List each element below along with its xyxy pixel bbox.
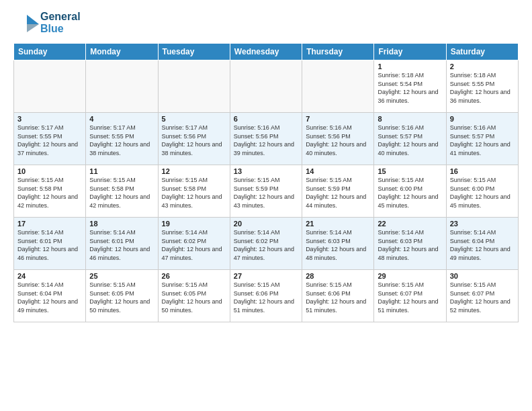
day-number: 28 xyxy=(306,272,370,280)
logo-blue: Blue xyxy=(40,23,81,35)
day-info: Sunrise: 5:17 AMSunset: 5:56 PMDaylight:… xyxy=(162,124,226,157)
page: GeneralBlue SundayMondayTuesdayWednesday… xyxy=(0,0,532,411)
day-number: 25 xyxy=(89,272,154,280)
calendar-cell: 10Sunrise: 5:15 AMSunset: 5:58 PMDayligh… xyxy=(14,165,86,218)
day-number: 4 xyxy=(89,115,154,123)
day-number: 15 xyxy=(378,167,442,175)
day-number: 6 xyxy=(234,115,298,123)
day-info: Sunrise: 5:14 AMSunset: 6:01 PMDaylight:… xyxy=(17,228,82,262)
day-info: Sunrise: 5:14 AMSunset: 6:04 PMDaylight:… xyxy=(17,281,82,314)
calendar-cell: 15Sunrise: 5:15 AMSunset: 6:00 PMDayligh… xyxy=(374,165,446,218)
day-info: Sunrise: 5:16 AMSunset: 5:56 PMDaylight:… xyxy=(306,124,370,157)
calendar-week-2: 3Sunrise: 5:17 AMSunset: 5:55 PMDaylight… xyxy=(14,113,519,165)
day-info: Sunrise: 5:16 AMSunset: 5:57 PMDaylight:… xyxy=(450,124,515,157)
day-number: 27 xyxy=(234,272,298,280)
day-number: 30 xyxy=(450,272,515,280)
calendar-cell: 13Sunrise: 5:15 AMSunset: 5:59 PMDayligh… xyxy=(230,165,302,218)
weekday-header-tuesday: Tuesday xyxy=(158,44,230,60)
calendar-cell: 4Sunrise: 5:17 AMSunset: 5:55 PMDaylight… xyxy=(86,113,158,165)
calendar-cell xyxy=(14,60,86,113)
day-info: Sunrise: 5:15 AMSunset: 6:07 PMDaylight:… xyxy=(450,281,515,314)
svg-marker-1 xyxy=(27,24,39,32)
logo-icon xyxy=(13,11,39,36)
day-number: 18 xyxy=(89,220,154,228)
header: GeneralBlue xyxy=(13,11,519,36)
day-number: 16 xyxy=(450,167,515,175)
day-number: 17 xyxy=(17,220,82,228)
day-info: Sunrise: 5:14 AMSunset: 6:04 PMDaylight:… xyxy=(450,228,515,262)
day-info: Sunrise: 5:15 AMSunset: 6:05 PMDaylight:… xyxy=(162,281,226,314)
calendar-cell xyxy=(230,60,302,113)
day-number: 19 xyxy=(162,220,226,228)
calendar-cell: 12Sunrise: 5:15 AMSunset: 5:58 PMDayligh… xyxy=(158,165,230,218)
day-number: 3 xyxy=(17,115,82,123)
day-number: 13 xyxy=(234,167,298,175)
day-number: 23 xyxy=(450,220,515,228)
day-number: 24 xyxy=(17,272,82,280)
weekday-header-monday: Monday xyxy=(86,44,158,60)
day-number: 26 xyxy=(162,272,226,280)
calendar-week-5: 24Sunrise: 5:14 AMSunset: 6:04 PMDayligh… xyxy=(14,270,519,322)
calendar-cell: 16Sunrise: 5:15 AMSunset: 6:00 PMDayligh… xyxy=(446,165,518,218)
calendar-cell: 24Sunrise: 5:14 AMSunset: 6:04 PMDayligh… xyxy=(14,270,86,322)
calendar-cell xyxy=(86,60,158,113)
day-info: Sunrise: 5:15 AMSunset: 6:00 PMDaylight:… xyxy=(378,176,442,210)
day-info: Sunrise: 5:14 AMSunset: 6:03 PMDaylight:… xyxy=(306,228,370,262)
calendar-cell: 22Sunrise: 5:14 AMSunset: 6:03 PMDayligh… xyxy=(374,218,446,270)
calendar-week-1: 1Sunrise: 5:18 AMSunset: 5:54 PMDaylight… xyxy=(14,60,519,113)
calendar-cell xyxy=(302,60,374,113)
weekday-header-saturday: Saturday xyxy=(446,44,518,60)
day-info: Sunrise: 5:14 AMSunset: 6:02 PMDaylight:… xyxy=(234,228,298,262)
calendar-cell xyxy=(158,60,230,113)
day-number: 9 xyxy=(450,115,515,123)
calendar-cell: 21Sunrise: 5:14 AMSunset: 6:03 PMDayligh… xyxy=(302,218,374,270)
day-info: Sunrise: 5:15 AMSunset: 6:05 PMDaylight:… xyxy=(89,281,154,314)
calendar-cell: 9Sunrise: 5:16 AMSunset: 5:57 PMDaylight… xyxy=(446,113,518,165)
day-number: 14 xyxy=(306,167,370,175)
day-info: Sunrise: 5:15 AMSunset: 5:58 PMDaylight:… xyxy=(89,176,154,210)
day-info: Sunrise: 5:14 AMSunset: 6:02 PMDaylight:… xyxy=(162,228,226,262)
day-info: Sunrise: 5:18 AMSunset: 5:54 PMDaylight:… xyxy=(378,71,442,105)
day-info: Sunrise: 5:18 AMSunset: 5:55 PMDaylight:… xyxy=(450,71,515,105)
calendar-cell: 29Sunrise: 5:15 AMSunset: 6:07 PMDayligh… xyxy=(374,270,446,322)
calendar-cell: 27Sunrise: 5:15 AMSunset: 6:06 PMDayligh… xyxy=(230,270,302,322)
day-number: 21 xyxy=(306,220,370,228)
day-info: Sunrise: 5:15 AMSunset: 6:00 PMDaylight:… xyxy=(450,176,515,210)
weekday-header-thursday: Thursday xyxy=(302,44,374,60)
day-number: 8 xyxy=(378,115,442,123)
calendar-cell: 25Sunrise: 5:15 AMSunset: 6:05 PMDayligh… xyxy=(86,270,158,322)
calendar-cell: 6Sunrise: 5:16 AMSunset: 5:56 PMDaylight… xyxy=(230,113,302,165)
calendar-cell: 8Sunrise: 5:16 AMSunset: 5:57 PMDaylight… xyxy=(374,113,446,165)
logo-general: General xyxy=(40,11,81,23)
weekday-header-sunday: Sunday xyxy=(14,44,86,60)
calendar-header-row: SundayMondayTuesdayWednesdayThursdayFrid… xyxy=(14,44,519,60)
svg-marker-0 xyxy=(27,15,39,24)
calendar-cell: 1Sunrise: 5:18 AMSunset: 5:54 PMDaylight… xyxy=(374,60,446,113)
calendar-cell: 7Sunrise: 5:16 AMSunset: 5:56 PMDaylight… xyxy=(302,113,374,165)
calendar-week-4: 17Sunrise: 5:14 AMSunset: 6:01 PMDayligh… xyxy=(14,218,519,270)
day-info: Sunrise: 5:17 AMSunset: 5:55 PMDaylight:… xyxy=(89,124,154,157)
day-number: 7 xyxy=(306,115,370,123)
day-info: Sunrise: 5:15 AMSunset: 5:58 PMDaylight:… xyxy=(17,176,82,210)
calendar-cell: 18Sunrise: 5:14 AMSunset: 6:01 PMDayligh… xyxy=(86,218,158,270)
calendar-cell: 19Sunrise: 5:14 AMSunset: 6:02 PMDayligh… xyxy=(158,218,230,270)
day-number: 11 xyxy=(89,167,154,175)
day-info: Sunrise: 5:15 AMSunset: 5:59 PMDaylight:… xyxy=(306,176,370,210)
calendar-table: SundayMondayTuesdayWednesdayThursdayFrid… xyxy=(13,43,519,322)
day-info: Sunrise: 5:15 AMSunset: 6:06 PMDaylight:… xyxy=(234,281,298,314)
day-info: Sunrise: 5:15 AMSunset: 5:58 PMDaylight:… xyxy=(162,176,226,210)
day-number: 2 xyxy=(450,62,515,71)
day-info: Sunrise: 5:16 AMSunset: 5:56 PMDaylight:… xyxy=(234,124,298,157)
day-number: 12 xyxy=(162,167,226,175)
day-number: 5 xyxy=(162,115,226,123)
calendar-cell: 5Sunrise: 5:17 AMSunset: 5:56 PMDaylight… xyxy=(158,113,230,165)
day-info: Sunrise: 5:14 AMSunset: 6:01 PMDaylight:… xyxy=(89,228,154,262)
calendar-cell: 26Sunrise: 5:15 AMSunset: 6:05 PMDayligh… xyxy=(158,270,230,322)
day-info: Sunrise: 5:16 AMSunset: 5:57 PMDaylight:… xyxy=(378,124,442,157)
calendar-cell: 3Sunrise: 5:17 AMSunset: 5:55 PMDaylight… xyxy=(14,113,86,165)
calendar-cell: 14Sunrise: 5:15 AMSunset: 5:59 PMDayligh… xyxy=(302,165,374,218)
logo: GeneralBlue xyxy=(13,11,81,36)
calendar-cell: 11Sunrise: 5:15 AMSunset: 5:58 PMDayligh… xyxy=(86,165,158,218)
weekday-header-friday: Friday xyxy=(374,44,446,60)
day-info: Sunrise: 5:15 AMSunset: 6:06 PMDaylight:… xyxy=(306,281,370,314)
